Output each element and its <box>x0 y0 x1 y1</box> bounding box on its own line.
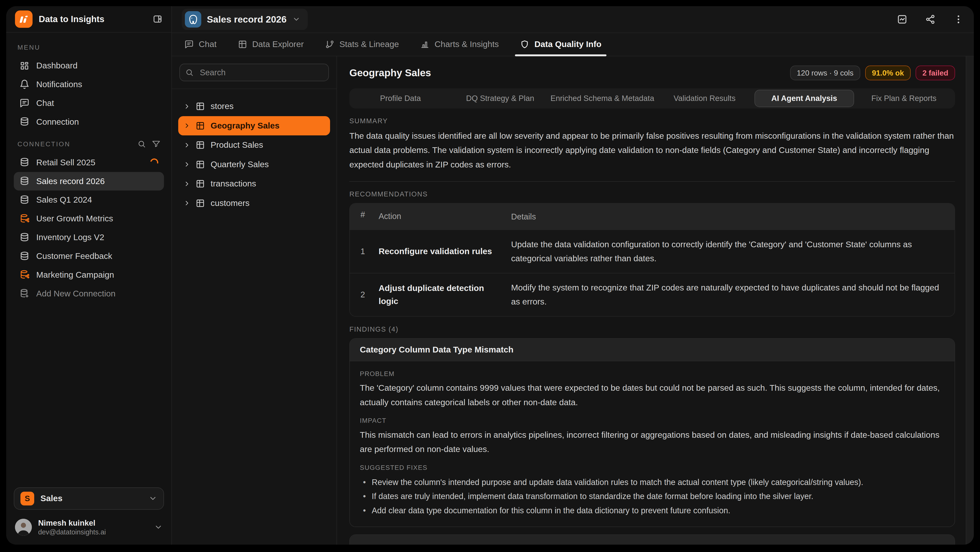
search-input[interactable] <box>199 67 323 78</box>
table-icon <box>196 102 205 111</box>
subtab-ai-agent-analysis[interactable]: AI Agent Analysis <box>754 90 854 107</box>
sidebar-item-dashboard[interactable]: Dashboard <box>14 56 164 75</box>
postgresql-icon <box>185 11 201 27</box>
sidebar-footer: S Sales Nimesh kuinkel dev@datatoinsight… <box>6 480 171 545</box>
avatar <box>15 519 32 536</box>
subtab-enriched-schema-metadata[interactable]: Enriched Schema & Metadata <box>550 90 655 107</box>
summary-text: The data quality issues identified are a… <box>349 129 955 172</box>
connection-item-customer-feedback[interactable]: Customer Feedback <box>14 247 164 266</box>
table-item-geography-sales[interactable]: Geography Sales <box>178 116 330 136</box>
connection-section-label: CONNECTION <box>18 140 160 148</box>
table-icon <box>196 198 205 208</box>
recommendations-label: RECOMMENDATIONS <box>349 190 955 198</box>
sidebar: Data to Insights MENU Dashboard Notifica… <box>6 6 172 545</box>
screen: Data to Insights MENU Dashboard Notifica… <box>0 0 980 552</box>
chevron-right-icon <box>184 181 190 187</box>
database-network-icon <box>19 214 29 224</box>
tab-data-quality-info[interactable]: Data Quality Info <box>520 33 601 56</box>
finding-card-partial <box>349 535 955 545</box>
tabbar: Chat Data Explorer Stats & Lineage Chart… <box>172 33 974 56</box>
loading-spinner-icon <box>149 157 160 168</box>
subtab-profile-data[interactable]: Profile Data <box>350 90 450 107</box>
recommendations-table: # Action Details 1 Reconfigure validatio… <box>349 203 955 316</box>
table-row: 1 Reconfigure validation rules Update th… <box>350 230 955 273</box>
impact-text: This mismatch can lead to errors in anal… <box>360 428 944 457</box>
connection-item-sales-q1-2024[interactable]: Sales Q1 2024 <box>14 190 164 209</box>
suggested-fixes-label: SUGGESTED FIXES <box>360 464 944 471</box>
table-item-stores[interactable]: stores <box>178 97 330 116</box>
table-item-customers[interactable]: customers <box>178 194 330 213</box>
connection-item-user-growth-metrics[interactable]: User Growth Metrics <box>14 209 164 228</box>
chevron-right-icon <box>184 161 190 167</box>
tab-stats-lineage[interactable]: Stats & Lineage <box>325 33 399 56</box>
connection-item-retail-sell-2025[interactable]: Retail Sell 2025 <box>14 153 164 172</box>
workspace-selector[interactable]: S Sales <box>14 487 164 510</box>
user-menu[interactable]: Nimesh kuinkel dev@datatoinsights.ai <box>14 519 164 536</box>
search-box <box>180 63 329 81</box>
table-row: 2 Adjust duplicate detection logic Modif… <box>350 273 955 316</box>
workspace-name: Sales <box>40 493 142 503</box>
sidebar-item-notifications[interactable]: Notifications <box>14 75 164 94</box>
chevron-down-icon <box>292 15 301 23</box>
chevron-right-icon <box>184 142 190 148</box>
table-icon <box>196 179 205 188</box>
subtab-dq-strategy-plan[interactable]: DQ Strategy & Plan <box>450 90 550 107</box>
database-icon <box>19 251 29 261</box>
snapshot-icon[interactable] <box>897 14 907 25</box>
database-icon <box>19 117 29 127</box>
chevron-right-icon <box>184 122 190 129</box>
sidebar-item-chat[interactable]: Chat <box>14 94 164 113</box>
user-name: Nimesh kuinkel <box>38 519 148 528</box>
tab-charts-insights[interactable]: Charts & Insights <box>420 33 499 56</box>
shield-icon <box>520 40 529 49</box>
table-item-quarterly-sales[interactable]: Quarterly Sales <box>178 155 330 174</box>
app-logo <box>15 10 33 28</box>
connection-title-dropdown[interactable]: Sales record 2026 <box>182 9 308 30</box>
chevron-right-icon <box>184 200 190 206</box>
subtab-fix-plan-reports[interactable]: Fix Plan & Reports <box>854 90 954 107</box>
dashboard-icon <box>19 61 29 71</box>
quality-ok-badge: 91.0% ok <box>865 65 911 80</box>
fix-item: Add clear data type documentation for th… <box>360 504 944 518</box>
rows-cols-badge: 120 rows · 9 cols <box>790 65 860 80</box>
table-header-row: # Action Details <box>350 203 955 230</box>
search-icon[interactable] <box>138 140 146 148</box>
collapse-sidebar-icon[interactable] <box>153 14 162 24</box>
sidebar-body: MENU Dashboard Notifications Chat Connec… <box>6 33 171 480</box>
scrollbar[interactable] <box>966 56 974 545</box>
database-plus-icon <box>19 289 29 298</box>
kebab-menu-icon[interactable] <box>953 14 964 25</box>
bell-icon <box>19 79 29 89</box>
impact-label: IMPACT <box>360 417 944 424</box>
table-item-product-sales[interactable]: Product Sales <box>178 135 330 155</box>
add-new-connection-button[interactable]: Add New Connection <box>14 284 164 303</box>
summary-label: SUMMARY <box>349 117 955 125</box>
problem-label: PROBLEM <box>360 370 944 378</box>
table-icon <box>196 121 205 130</box>
database-icon <box>19 176 29 186</box>
workspace-badge: S <box>21 492 34 506</box>
sidebar-item-connection[interactable]: Connection <box>14 113 164 132</box>
connection-title: Sales record 2026 <box>207 14 286 25</box>
table-item-transactions[interactable]: transactions <box>178 174 330 194</box>
table-explorer-panel: stores Geography Sales Product Sales <box>172 56 337 545</box>
connection-item-inventory-logs-v2[interactable]: Inventory Logs V2 <box>14 228 164 247</box>
failed-badge: 2 failed <box>916 65 955 80</box>
connection-item-sales-record-2026[interactable]: Sales record 2026 <box>14 172 164 191</box>
tab-chat[interactable]: Chat <box>185 33 216 56</box>
database-network-icon <box>19 270 29 280</box>
table-icon <box>238 40 247 49</box>
sidebar-header: Data to Insights <box>6 6 171 32</box>
filter-icon[interactable] <box>152 140 160 148</box>
subtab-validation-results[interactable]: Validation Results <box>655 90 754 107</box>
user-email: dev@datatoinsights.ai <box>38 528 148 536</box>
git-branch-icon <box>325 40 334 49</box>
share-icon[interactable] <box>925 14 936 25</box>
suggested-fixes-list: Review the column's intended purpose and… <box>360 475 944 518</box>
database-icon <box>19 233 29 243</box>
fix-item: Review the column's intended purpose and… <box>360 475 944 490</box>
table-list: stores Geography Sales Product Sales <box>172 89 336 220</box>
tab-data-explorer[interactable]: Data Explorer <box>238 33 304 56</box>
connection-item-marketing-campaign[interactable]: Marketing Campaign <box>14 266 164 284</box>
chat-icon <box>185 40 194 49</box>
